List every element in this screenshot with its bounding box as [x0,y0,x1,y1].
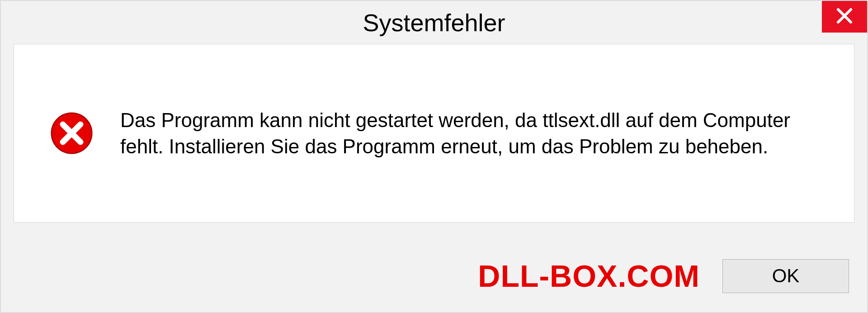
close-button[interactable] [822,1,867,33]
error-dialog: Systemfehler Das Programm kann nicht ges… [0,0,868,313]
dialog-title: Systemfehler [363,9,505,37]
close-icon [835,7,854,27]
error-icon [50,112,93,155]
content-area: Das Programm kann nicht gestartet werden… [14,44,854,223]
dialog-footer: DLL-BOX.COM OK [1,240,867,312]
titlebar: Systemfehler [1,1,867,44]
error-message: Das Programm kann nicht gestartet werden… [120,107,818,159]
watermark-text: DLL-BOX.COM [478,258,700,294]
ok-button[interactable]: OK [722,259,849,293]
